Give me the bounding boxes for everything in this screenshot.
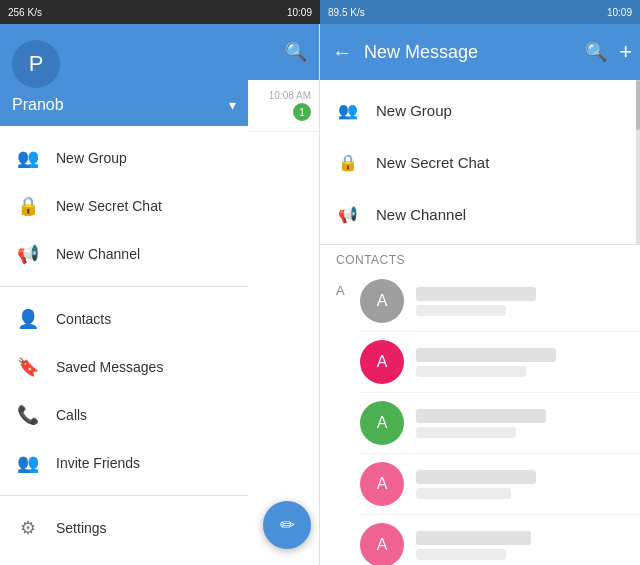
status-time-left: 10:09 xyxy=(287,7,312,18)
lock-icon: 🔒 xyxy=(16,194,40,218)
contact-name xyxy=(416,409,546,423)
drawer-item-contacts[interactable]: 👤 Contacts xyxy=(0,295,248,343)
status-time-right: 10:09 xyxy=(607,7,632,18)
status-bar-left: 256 K/s 10:09 xyxy=(0,0,320,24)
megaphone-icon: 📢 xyxy=(336,202,360,226)
group-icon: 👥 xyxy=(336,98,360,122)
contact-item[interactable]: A xyxy=(360,515,640,565)
contact-info xyxy=(416,470,624,499)
chevron-down-icon[interactable]: ▾ xyxy=(229,97,236,113)
avatar: A xyxy=(360,340,404,384)
contact-item[interactable]: A xyxy=(360,393,640,454)
lock-icon: 🔒 xyxy=(336,150,360,174)
drawer-item-label: Settings xyxy=(56,520,107,536)
drawer-username: Pranob xyxy=(12,96,64,114)
chat-list-header: 🔍 xyxy=(248,24,319,80)
bookmark-icon: 🔖 xyxy=(16,355,40,379)
chat-time: 10:08 AM xyxy=(269,90,311,101)
drawer-item-label: Saved Messages xyxy=(56,359,163,375)
drawer-item-settings[interactable]: ⚙ Settings xyxy=(0,504,248,552)
avatar: A xyxy=(360,401,404,445)
contact-sub xyxy=(416,366,526,377)
contact-name xyxy=(416,470,536,484)
drawer-bottom-section: ⚙ Settings ❓ Telegram FAQ xyxy=(0,504,248,565)
pencil-icon: ✏ xyxy=(280,514,295,536)
invite-icon: 👥 xyxy=(16,451,40,475)
new-channel-label: New Channel xyxy=(376,206,466,223)
contact-letter: A xyxy=(320,271,360,565)
contacts-section: CONTACTS A A A xyxy=(320,245,640,565)
contact-sub xyxy=(416,549,506,560)
drawer-item-calls[interactable]: 📞 Calls xyxy=(0,391,248,439)
contact-sub xyxy=(416,305,506,316)
avatar: P xyxy=(12,40,60,88)
contact-info xyxy=(416,531,624,560)
group-icon: 👥 xyxy=(16,146,40,170)
drawer-item-invite-friends[interactable]: 👥 Invite Friends xyxy=(0,439,248,487)
contact-sub xyxy=(416,427,516,438)
avatar: A xyxy=(360,462,404,506)
contact-info xyxy=(416,348,624,377)
contact-sub xyxy=(416,488,511,499)
drawer-item-label: Contacts xyxy=(56,311,111,327)
avatar: A xyxy=(360,523,404,565)
compose-fab[interactable]: ✏ xyxy=(263,501,311,549)
status-bar-right: 89.5 K/s 10:09 xyxy=(320,0,640,24)
chat-list-panel: 🔍 10:08 AM 1 ✏ xyxy=(248,24,320,565)
drawer-item-new-secret-chat[interactable]: 🔒 New Secret Chat xyxy=(0,182,248,230)
drawer-item-label: New Channel xyxy=(56,246,140,262)
megaphone-icon: 📢 xyxy=(16,242,40,266)
status-speed-right: 89.5 K/s xyxy=(328,7,365,18)
new-group-item[interactable]: 👥 New Group xyxy=(320,84,640,136)
status-bar: 256 K/s 10:09 89.5 K/s 10:09 xyxy=(0,0,640,24)
drawer-item-label: Calls xyxy=(56,407,87,423)
drawer-item-new-group[interactable]: 👥 New Group xyxy=(0,134,248,182)
header-icons: 🔍 + xyxy=(585,39,632,65)
contact-name xyxy=(416,287,536,301)
avatar: A xyxy=(360,279,404,323)
contact-name xyxy=(416,348,556,362)
contact-info xyxy=(416,287,624,316)
contact-name xyxy=(416,531,531,545)
drawer-item-label: New Secret Chat xyxy=(56,198,162,214)
new-group-label: New Group xyxy=(376,102,452,119)
drawer: P Pranob ▾ 👥 New Group 🔒 New Secret Chat… xyxy=(0,24,248,565)
settings-icon: ⚙ xyxy=(16,516,40,540)
drawer-menu: 👥 New Group 🔒 New Secret Chat 📢 New Chan… xyxy=(0,126,248,565)
contact-list: A A A xyxy=(360,271,640,565)
drawer-item-saved-messages[interactable]: 🔖 Saved Messages xyxy=(0,343,248,391)
add-icon[interactable]: + xyxy=(619,39,632,65)
page-title: New Message xyxy=(364,42,577,63)
contacts-header: CONTACTS xyxy=(320,245,640,271)
drawer-item-new-channel[interactable]: 📢 New Channel xyxy=(0,230,248,278)
drawer-main-section: 👤 Contacts 🔖 Saved Messages 📞 Calls 👥 In… xyxy=(0,295,248,496)
contact-item[interactable]: A xyxy=(360,271,640,332)
new-message-quick-actions: 👥 New Group 🔒 New Secret Chat 📢 New Chan… xyxy=(320,80,640,245)
chat-list-item[interactable]: 10:08 AM 1 xyxy=(248,80,319,132)
new-message-panel: ← New Message 🔍 + 👥 New Group 🔒 New Secr… xyxy=(320,24,640,565)
phone-icon: 📞 xyxy=(16,403,40,427)
drawer-item-label: New Group xyxy=(56,150,127,166)
contact-item[interactable]: A xyxy=(360,454,640,515)
contact-info xyxy=(416,409,624,438)
status-speed-left: 256 K/s xyxy=(8,7,42,18)
new-secret-chat-label: New Secret Chat xyxy=(376,154,489,171)
contact-item[interactable]: A xyxy=(360,332,640,393)
back-button[interactable]: ← xyxy=(328,37,356,68)
new-channel-item[interactable]: 📢 New Channel xyxy=(320,188,640,240)
drawer-quick-section: 👥 New Group 🔒 New Secret Chat 📢 New Chan… xyxy=(0,134,248,287)
drawer-header: P Pranob ▾ xyxy=(0,24,248,126)
search-icon[interactable]: 🔍 xyxy=(285,41,307,63)
contact-icon: 👤 xyxy=(16,307,40,331)
unread-badge: 1 xyxy=(293,103,311,121)
search-icon[interactable]: 🔍 xyxy=(585,41,607,63)
drawer-item-label: Invite Friends xyxy=(56,455,140,471)
new-message-header: ← New Message 🔍 + xyxy=(320,24,640,80)
drawer-item-faq[interactable]: ❓ Telegram FAQ xyxy=(0,552,248,565)
new-secret-chat-item[interactable]: 🔒 New Secret Chat xyxy=(320,136,640,188)
contact-group-a: A A A xyxy=(320,271,640,565)
